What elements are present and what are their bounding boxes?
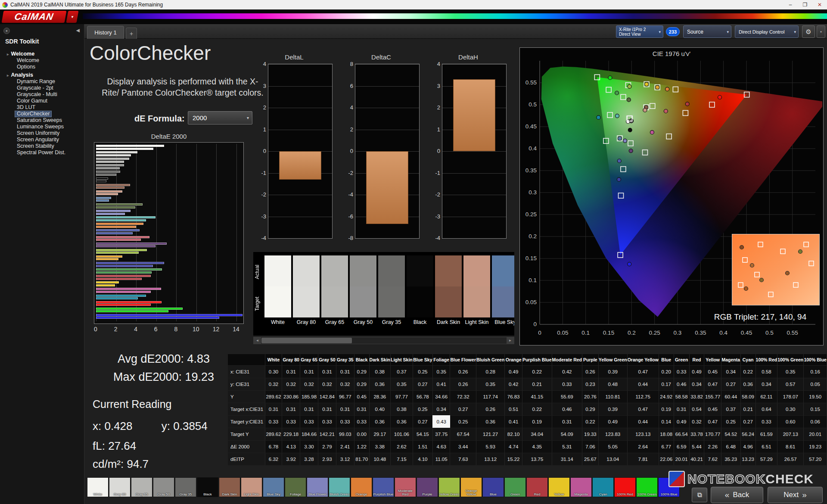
table-cell[interactable]: 11.05 xyxy=(432,453,450,465)
table-cell[interactable]: 0.33 xyxy=(300,415,318,428)
patch-gray-50[interactable]: Gray 50 xyxy=(350,255,376,327)
maximize-button[interactable]: ❐ xyxy=(798,0,812,9)
table-cell[interactable]: 57.20 xyxy=(804,453,827,465)
scroll-right-icon[interactable]: ► xyxy=(507,337,514,344)
table-cell[interactable]: 15.22 xyxy=(505,453,522,465)
sidebar-item-screen-uniformity[interactable]: Screen Uniformity xyxy=(15,130,62,137)
minimize-button[interactable]: – xyxy=(783,0,798,9)
table-cell[interactable]: 0.44 xyxy=(627,415,659,428)
table-cell[interactable]: 6.32 xyxy=(265,453,282,465)
table-cell[interactable]: 0.31 xyxy=(318,365,336,378)
table-cell[interactable]: 0.14 xyxy=(659,415,674,428)
strip-patch-foliage[interactable]: Foliage xyxy=(285,477,306,497)
swatch-scrollbar[interactable]: ◄ ► xyxy=(253,337,514,344)
scroll-left-icon[interactable]: ◄ xyxy=(254,337,261,344)
table-cell[interactable]: 0.28 xyxy=(476,365,504,378)
table-cell[interactable]: 117.74 xyxy=(476,390,504,403)
tab-history-1[interactable]: History 1 xyxy=(87,26,124,39)
table-cell[interactable]: 56.78 xyxy=(413,390,432,403)
table-cell[interactable]: 0.32 xyxy=(336,378,354,390)
table-cell[interactable]: 0.25 xyxy=(413,365,432,378)
table-cell[interactable]: 0.33 xyxy=(354,415,369,428)
table-cell[interactable]: 0.16 xyxy=(804,365,827,378)
table-cell[interactable]: 0.21 xyxy=(740,403,755,415)
table-cell[interactable]: 0.25 xyxy=(413,403,432,415)
meter-count-badge[interactable]: 233 xyxy=(666,27,680,36)
table-cell[interactable]: 62.11 xyxy=(755,390,777,403)
table-cell[interactable]: 0.27 xyxy=(721,378,740,390)
table-cell[interactable]: 0.49 xyxy=(689,365,704,378)
table-cell[interactable]: 6.59 xyxy=(674,440,689,453)
table-cell[interactable]: 7.81 xyxy=(627,453,659,465)
table-cell[interactable]: 0.34 xyxy=(432,403,450,415)
table-cell[interactable]: 66.54 xyxy=(674,428,689,440)
table-cell[interactable]: 0.31 xyxy=(336,365,354,378)
sidebar-item-grayscale-multi[interactable]: Grayscale - Multi xyxy=(15,91,59,98)
table-cell[interactable]: 0.15 xyxy=(804,403,827,415)
table-cell[interactable]: 7.06 xyxy=(582,440,599,453)
table-cell[interactable]: 4.63 xyxy=(432,440,450,453)
table-cell[interactable]: 35.23 xyxy=(721,453,740,465)
table-cell[interactable]: 81.70 xyxy=(354,453,369,465)
table-cell[interactable]: 55.69 xyxy=(552,390,582,403)
record-icon[interactable]: ● xyxy=(3,28,10,34)
table-cell[interactable]: 0.31 xyxy=(336,403,354,415)
strip-patch-red[interactable]: Red xyxy=(526,477,548,497)
table-cell[interactable]: 57.29 xyxy=(755,453,777,465)
table-cell[interactable]: 170.77 xyxy=(704,428,721,440)
patch-light-skin[interactable]: Light Skin xyxy=(463,255,490,327)
strip-patch-dark-skin[interactable]: Dark Skin xyxy=(219,477,240,497)
table-cell[interactable]: 178.07 xyxy=(777,390,804,403)
strip-patch-purplish-blue[interactable]: Purplish Blue xyxy=(373,477,394,497)
table-cell[interactable]: 0.23 xyxy=(582,378,599,390)
table-cell[interactable]: 0.36 xyxy=(476,415,504,428)
patch-dark-skin[interactable]: Dark Skin xyxy=(435,255,462,327)
table-cell[interactable]: 155.77 xyxy=(704,390,721,403)
table-cell[interactable]: 0.19 xyxy=(522,415,552,428)
table-cell[interactable]: 4.10 xyxy=(413,453,432,465)
table-cell[interactable]: 19.23 xyxy=(804,440,827,453)
table-cell[interactable]: 3.30 xyxy=(300,440,318,453)
table-cell[interactable]: 0.05 xyxy=(804,378,827,390)
table-cell[interactable]: 0.30 xyxy=(265,365,282,378)
table-cell[interactable]: 0.35 xyxy=(391,378,413,390)
table-cell[interactable]: 0.20 xyxy=(659,365,674,378)
table-cell[interactable]: 72.32 xyxy=(450,390,476,403)
table-cell[interactable]: 2.64 xyxy=(627,440,659,453)
table-cell[interactable]: 121.27 xyxy=(476,428,504,440)
table-cell[interactable]: 33.82 xyxy=(689,390,704,403)
new-tab-button[interactable]: + xyxy=(126,28,137,39)
table-cell[interactable]: 0.36 xyxy=(369,415,390,428)
strip-patch-orange[interactable]: Orange xyxy=(351,477,372,497)
table-cell[interactable]: 0.31 xyxy=(282,403,300,415)
table-cell[interactable]: 0.51 xyxy=(505,403,522,415)
table-cell[interactable]: 58.09 xyxy=(740,390,755,403)
logo-menu-arrow-icon[interactable]: ▼ xyxy=(66,11,79,23)
table-cell[interactable]: 3.28 xyxy=(300,453,318,465)
table-cell[interactable]: 34.04 xyxy=(522,428,552,440)
table-cell[interactable]: 1.51 xyxy=(413,440,432,453)
table-cell[interactable]: 0.31 xyxy=(282,365,300,378)
table-cell[interactable]: 7.15 xyxy=(391,453,413,465)
table-cell[interactable]: 13.23 xyxy=(740,453,755,465)
table-cell[interactable]: 229.18 xyxy=(282,428,300,440)
table-cell[interactable]: 0.26 xyxy=(476,403,504,415)
table-cell[interactable]: 6.51 xyxy=(755,440,777,453)
table-cell[interactable]: 0.46 xyxy=(552,403,582,415)
table-cell[interactable]: 20.76 xyxy=(582,390,599,403)
table-cell[interactable]: 40.21 xyxy=(689,453,704,465)
table-cell[interactable]: 37.75 xyxy=(432,428,450,440)
table-cell[interactable]: 0.33 xyxy=(265,415,282,428)
patch-gray-80[interactable]: Gray 80 xyxy=(293,255,320,327)
strip-patch-blue-sky[interactable]: Blue Sky xyxy=(263,477,284,497)
back-button[interactable]: « Back xyxy=(711,487,763,503)
source-dropdown[interactable]: Source ▾ xyxy=(683,25,731,38)
table-cell[interactable]: 0.35 xyxy=(432,365,450,378)
table-cell[interactable]: 54.52 xyxy=(721,428,740,440)
table-cell[interactable]: 18.08 xyxy=(659,428,674,440)
table-cell[interactable]: 0.27 xyxy=(450,403,476,415)
sidebar-item-welcome[interactable]: Welcome xyxy=(15,57,41,64)
table-cell[interactable]: 41.15 xyxy=(522,390,552,403)
table-cell[interactable]: 22.06 xyxy=(659,453,674,465)
strip-patch-light-skin[interactable]: Light Skin xyxy=(241,477,262,497)
